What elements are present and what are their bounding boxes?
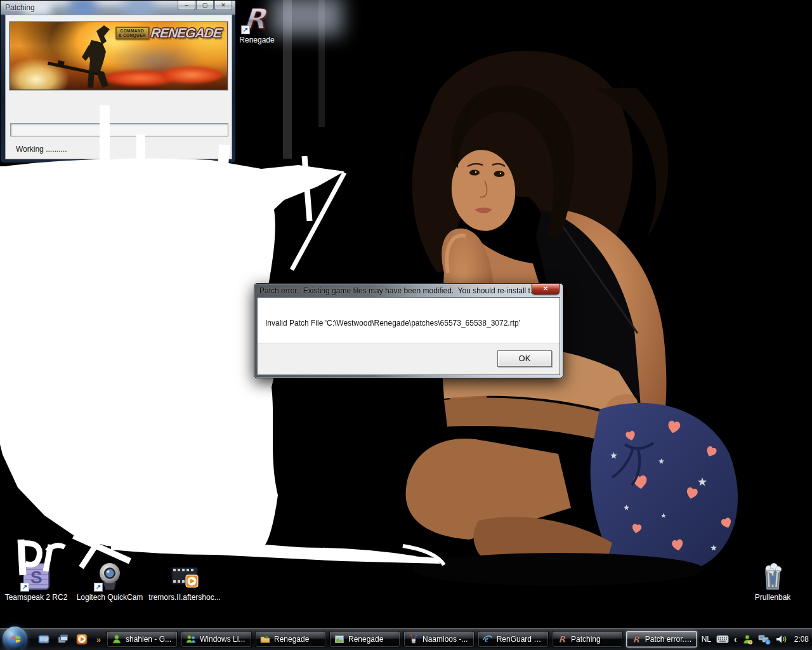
desktop-icon-recycle-bin[interactable]: Prullenbak (748, 561, 797, 602)
svg-text:R: R (559, 634, 566, 644)
brand-line2: & CONQUER (119, 33, 146, 37)
recycle-bin-icon (757, 561, 789, 592)
taskbar-button-shahien[interactable]: shahien - G... (107, 631, 178, 647)
desktop-icon-teamspeak[interactable]: S ↗ Teamspeak 2 RC2 (4, 561, 68, 602)
shortcut-arrow-icon: ↗ (241, 25, 250, 34)
renegade-r-icon: R (631, 634, 641, 644)
switch-windows-icon (56, 633, 69, 646)
dialog-body: Invalid Patch File 'C:\Westwood\Renegade… (257, 297, 560, 375)
desktop-icon-label: Prullenbak (755, 593, 791, 602)
brand-line1: COMMAND (121, 29, 144, 33)
dialog-titlebar[interactable]: Patch error. Existing game files may hav… (254, 284, 563, 297)
maximize-button[interactable]: ▢ (196, 1, 214, 10)
taskbar-button-label: Patch error. ... (645, 635, 692, 644)
patching-window-body: COMMAND & CONQUER RENEGADE Working .....… (5, 15, 232, 159)
taskbar-button-renegade-folder[interactable]: Renegade (255, 631, 326, 647)
teamspeak-icon: S ↗ (20, 561, 52, 592)
folder-icon (260, 634, 270, 644)
svg-text:R: R (632, 634, 640, 644)
network-icon[interactable] (758, 634, 771, 645)
renegade-wordmark: RENEGADE (150, 25, 225, 41)
close-button[interactable]: ✕ (214, 1, 232, 10)
media-player-icon (75, 633, 88, 646)
renegade-r-icon: R (557, 634, 567, 644)
lava-effect (161, 67, 222, 83)
internet-explorer-icon: e (483, 634, 493, 644)
quick-launch-overflow-chevron[interactable]: » (96, 635, 101, 644)
renegade-logo-icon: R R ↗ (241, 4, 273, 34)
taskbar-buttons: shahien - G... Windows Li... (107, 631, 697, 647)
windows-live-contacts-icon (186, 634, 196, 644)
desktop-icon-label: Logitech QuickCam (77, 593, 143, 602)
shortcut-arrow-icon: ↗ (20, 583, 29, 592)
taskbar-button-label: Renegade (348, 635, 383, 644)
svg-text:S: S (30, 567, 43, 587)
taskbar-button-label: Patching (571, 635, 601, 644)
taskbar-button-label: Naamloos -... (422, 635, 468, 644)
patch-progress-bar (10, 123, 228, 136)
ok-button[interactable]: OK (497, 350, 552, 367)
desktop-icon-label: tremors.II.aftershoc... (148, 593, 220, 602)
patch-error-dialog: Patch error. Existing game files may hav… (254, 283, 563, 378)
picture-icon (334, 634, 344, 644)
desktop-icon-label: Renegade (239, 36, 274, 44)
command-conquer-logo: COMMAND & CONQUER RENEGADE (115, 25, 224, 41)
glass-blur-artifact (125, 1, 154, 15)
taskbar-button-windows-live[interactable]: Windows Li... (181, 631, 252, 647)
show-desktop-icon (37, 633, 50, 646)
taskbar-button-renguard-ie[interactable]: e RenGuard - ... (478, 631, 549, 647)
taskbar-button-label: RenGuard - ... (497, 635, 544, 644)
shortcut-arrow-icon: ↗ (94, 583, 103, 592)
dialog-footer: OK (258, 343, 560, 375)
quick-launch-bar: » (37, 628, 101, 650)
minimize-button[interactable]: – (178, 1, 195, 10)
renegade-banner: COMMAND & CONQUER RENEGADE (10, 22, 228, 90)
taskbar-button-renegade-picture[interactable]: Renegade (329, 631, 400, 647)
window-title: Patching (5, 3, 35, 12)
language-indicator[interactable]: NL (702, 635, 711, 644)
system-tray: NL ‹ (702, 628, 809, 650)
desktop-icon-label: Teamspeak 2 RC2 (5, 593, 68, 602)
taskbar-clock[interactable]: 2:08 (794, 635, 809, 644)
windows-flag-icon (8, 632, 22, 646)
switch-windows-button[interactable] (56, 632, 70, 646)
close-button[interactable]: ✕ (532, 284, 560, 295)
start-button[interactable] (3, 627, 27, 650)
media-player-button[interactable] (75, 632, 89, 646)
taskbar-button-naamloos-paint[interactable]: Naamloos -... (403, 631, 475, 647)
close-icon: ✕ (543, 285, 548, 292)
volume-icon[interactable] (776, 634, 787, 644)
glass-blur-artifact (69, 1, 96, 15)
taskbar: » shahien - G... Windows Li... (0, 628, 812, 650)
video-file-icon (169, 561, 200, 592)
desktop-icon-renegade[interactable]: R R ↗ Renegade (235, 4, 279, 44)
desktop-icon-tremors[interactable]: tremors.II.aftershoc... (148, 561, 221, 602)
keyboard-layout-icon[interactable] (716, 635, 729, 644)
dialog-title: Patch error. Existing game files may hav… (259, 286, 537, 295)
tray-collapse-chevron[interactable]: ‹ (734, 634, 737, 644)
patching-titlebar[interactable]: Patching – ▢ ✕ (1, 1, 235, 15)
taskbar-button-label: Renegade (274, 635, 309, 644)
messenger-buddy-icon (112, 634, 122, 644)
taskbar-button-label: shahien - G... (126, 635, 171, 644)
messenger-tray-icon[interactable] (742, 634, 753, 645)
desktop-icon-quickcam[interactable]: ↗ Logitech QuickCam (74, 561, 145, 602)
webcam-icon: ↗ (94, 561, 126, 592)
taskbar-button-patch-error[interactable]: R Patch error. ... (626, 631, 697, 647)
desktop: R R ↗ Renegade S ↗ Teamspeak 2 RC2 (0, 0, 812, 650)
paint-icon (409, 634, 419, 644)
error-message: Invalid Patch File 'C:\Westwood\Renegade… (265, 319, 520, 328)
taskbar-button-patching[interactable]: R Patching (552, 631, 623, 647)
status-text: Working .......... (16, 145, 67, 154)
patching-window: Patching – ▢ ✕ (0, 0, 236, 163)
taskbar-button-label: Windows Li... (200, 635, 245, 644)
show-desktop-button[interactable] (37, 632, 51, 646)
